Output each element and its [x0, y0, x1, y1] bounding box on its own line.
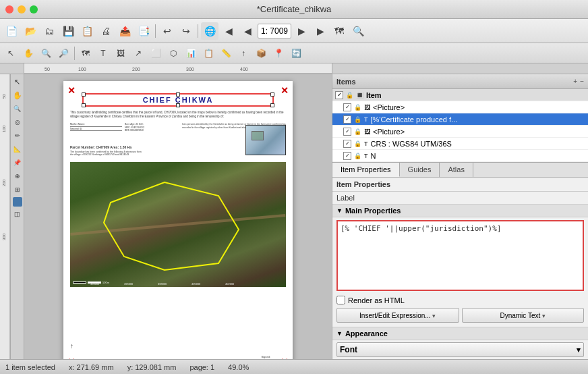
- next-button[interactable]: ▶: [293, 22, 310, 40]
- refresh-tool[interactable]: 🔄: [288, 45, 304, 61]
- render-html-checkbox[interactable]: [336, 296, 345, 304]
- add-map-tool[interactable]: 🗺: [78, 45, 94, 61]
- list-item-header[interactable]: 🔒 🔳 Item: [332, 89, 588, 101]
- panel-icon-add[interactable]: +: [573, 78, 577, 85]
- corner-mark-bl: ✕: [67, 356, 76, 359]
- list-item-picture1[interactable]: 🔒 🖼 <Picture>: [332, 101, 588, 113]
- add-north-tool[interactable]: ↑: [235, 45, 252, 61]
- panel-header-icons[interactable]: + −: [573, 78, 584, 85]
- handle-tm[interactable]: [176, 92, 180, 97]
- tabs-row: Item Properties Guides Atlas: [332, 163, 588, 178]
- checkbox-item-header[interactable]: [335, 91, 343, 99]
- checkbox-expression[interactable]: [343, 115, 351, 124]
- signature-area: Signed: His Royal Highness Chief Chikwa: [245, 355, 286, 359]
- add-legend-tool[interactable]: 📋: [200, 45, 216, 61]
- certificate-page[interactable]: ✕ ✕ ✕ ✕ CHIEF CHIKWA This custom: [63, 81, 293, 359]
- status-selected: 1 item selected: [5, 363, 55, 371]
- tool-snap[interactable]: ⊕: [11, 170, 24, 182]
- tool-select[interactable]: ↖: [11, 76, 24, 88]
- print-button[interactable]: 🖨: [97, 22, 115, 40]
- add-3d-tool[interactable]: 📦: [253, 45, 269, 61]
- expression-textarea[interactable]: [% 'CHIEF '||upper("jurisdiction")%]: [336, 220, 584, 291]
- font-select[interactable]: Font ▾: [336, 342, 584, 357]
- svg-text:400: 400: [240, 67, 248, 72]
- tool-edit[interactable]: ✏: [11, 130, 24, 142]
- add-label-tool[interactable]: T: [95, 45, 111, 61]
- cert-title-box[interactable]: CHIEF CHIKWA: [82, 93, 274, 107]
- checkbox-picture2[interactable]: [343, 128, 351, 136]
- save-as-button[interactable]: 📋: [78, 22, 96, 40]
- list-item-picture2[interactable]: 🔒 🖼 <Picture>: [332, 126, 588, 138]
- save-button[interactable]: 💾: [59, 22, 77, 40]
- add-node-tool[interactable]: ⬡: [165, 45, 181, 61]
- items-panel-header: Items + −: [332, 74, 588, 89]
- pan-tool[interactable]: ✋: [20, 45, 36, 61]
- tab-atlas[interactable]: Atlas: [440, 163, 473, 177]
- render-html-row: Render as HTML: [332, 294, 588, 306]
- page-input[interactable]: [258, 24, 291, 38]
- zoom-in-tool[interactable]: 🔍: [38, 45, 54, 61]
- open-button[interactable]: 📂: [22, 22, 39, 40]
- tool-node[interactable]: ◎: [11, 116, 24, 128]
- handle-bm[interactable]: [176, 103, 180, 107]
- tool-color[interactable]: [13, 197, 22, 207]
- svg-text:100: 100: [2, 125, 6, 132]
- item-label-header: Item: [366, 91, 382, 99]
- handle-tl[interactable]: [82, 92, 86, 97]
- select-tool[interactable]: ↖: [3, 45, 19, 61]
- atlas-button[interactable]: 🗺: [330, 22, 348, 40]
- pan-button[interactable]: 🌐: [201, 22, 218, 40]
- list-item-expression[interactable]: 🔒 T [%'Certificate produced f...: [332, 113, 588, 126]
- open-template-button[interactable]: 🗂: [40, 22, 58, 40]
- window-controls[interactable]: [5, 5, 38, 14]
- tool-pan[interactable]: ✋: [11, 89, 24, 101]
- tool-guides[interactable]: ⊞: [11, 184, 24, 196]
- add-marker-tool[interactable]: 📍: [270, 45, 287, 61]
- list-item-n[interactable]: 🔒 T N: [332, 150, 588, 162]
- appearance-header[interactable]: ▼ Appearance: [332, 327, 588, 340]
- close-button[interactable]: [5, 5, 13, 14]
- export-pdf-button[interactable]: 📑: [135, 22, 152, 40]
- handle-br[interactable]: [270, 103, 274, 107]
- checkbox-n[interactable]: [343, 152, 351, 160]
- tool-zoom-canvas[interactable]: 🔍: [11, 103, 24, 115]
- zoom-out-tool[interactable]: 🔎: [55, 45, 71, 61]
- tool-measure[interactable]: 📐: [11, 143, 24, 155]
- font-value: Font: [340, 345, 357, 354]
- dynamic-dropdown-arrow: ▾: [542, 313, 546, 319]
- tab-item-properties[interactable]: Item Properties: [332, 163, 400, 177]
- tool-pin[interactable]: 📌: [11, 157, 24, 169]
- new-button[interactable]: 📄: [3, 22, 20, 40]
- main-properties-header[interactable]: ▼ Main Properties: [332, 204, 588, 217]
- redo-button[interactable]: ↪: [177, 22, 195, 40]
- minimize-button[interactable]: [18, 5, 26, 14]
- checkbox-crs[interactable]: [343, 140, 351, 148]
- next-page-button[interactable]: ▶: [312, 22, 329, 40]
- panel-icon-remove[interactable]: −: [580, 78, 584, 85]
- dynamic-text-button[interactable]: Dynamic Text ▾: [462, 308, 585, 323]
- maximize-button[interactable]: [30, 5, 38, 14]
- separator2: [198, 24, 198, 38]
- ruler-vertical: 50 100 200 300: [0, 74, 11, 359]
- add-shape-tool[interactable]: ⬜: [148, 45, 164, 61]
- add-attr-tool[interactable]: 📊: [183, 45, 199, 61]
- prev-button[interactable]: ◀: [239, 22, 256, 40]
- tab-guides[interactable]: Guides: [400, 163, 440, 177]
- handle-bl[interactable]: [82, 103, 86, 107]
- prev-page-button[interactable]: ◀: [220, 22, 237, 40]
- handle-tr[interactable]: [270, 92, 274, 97]
- checkbox-picture1[interactable]: [343, 103, 351, 111]
- font-dropdown-arrow[interactable]: ▾: [577, 346, 581, 354]
- tool-extra[interactable]: ◫: [11, 208, 24, 220]
- export-button[interactable]: 📤: [116, 22, 134, 40]
- expr-dropdown-arrow: ▾: [432, 313, 436, 319]
- add-arrow-tool[interactable]: ↗: [130, 45, 146, 61]
- add-scale-tool[interactable]: 📏: [218, 45, 234, 61]
- insert-edit-expr-button[interactable]: Insert/Edit Expression... ▾: [336, 308, 459, 323]
- undo-button[interactable]: ↩: [158, 22, 176, 40]
- list-item-crs[interactable]: 🔒 T CRS : WGS84 UTM/36S: [332, 138, 588, 150]
- separator3: [74, 47, 75, 60]
- parcel-details: The boundary has been confirmed by the f…: [70, 151, 142, 156]
- add-image-tool[interactable]: 🖼: [113, 45, 129, 61]
- zoom-button[interactable]: 🔍: [349, 22, 367, 40]
